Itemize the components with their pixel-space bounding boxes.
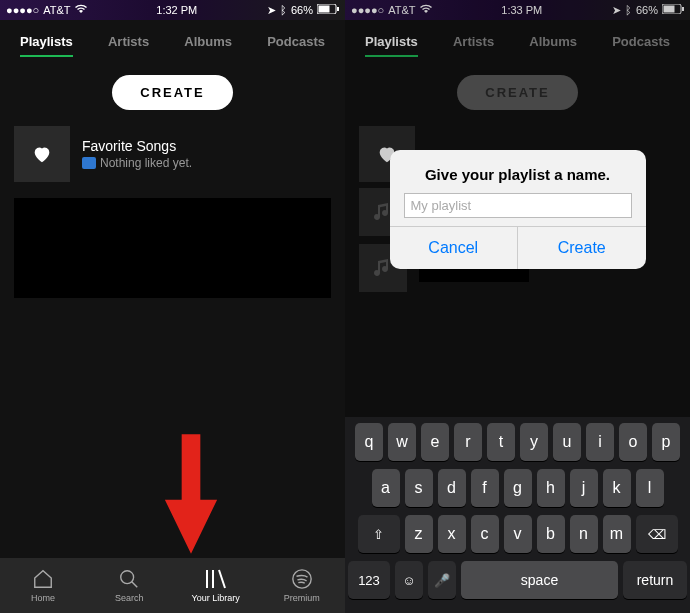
battery-icon	[317, 4, 339, 16]
key-a[interactable]: a	[372, 469, 400, 507]
key-z[interactable]: z	[405, 515, 433, 553]
key-y[interactable]: y	[520, 423, 548, 461]
home-icon	[32, 568, 54, 590]
library-icon	[204, 568, 228, 590]
key-backspace[interactable]: ⌫	[636, 515, 678, 553]
key-j[interactable]: j	[570, 469, 598, 507]
key-t[interactable]: t	[487, 423, 515, 461]
favorite-songs-title: Favorite Songs	[82, 138, 192, 154]
tab-albums[interactable]: Albums	[184, 34, 232, 55]
key-d[interactable]: d	[438, 469, 466, 507]
key-r[interactable]: r	[454, 423, 482, 461]
key-f[interactable]: f	[471, 469, 499, 507]
key-k[interactable]: k	[603, 469, 631, 507]
svg-line-4	[132, 582, 138, 588]
wifi-icon	[75, 4, 87, 16]
key-c[interactable]: c	[471, 515, 499, 553]
key-emoji[interactable]: ☺	[395, 561, 423, 599]
battery-percent: 66%	[291, 4, 313, 16]
download-badge-icon	[82, 157, 96, 169]
nav-library[interactable]: Your Library	[173, 558, 259, 613]
tab-artists[interactable]: Artists	[108, 34, 149, 55]
nav-home-label: Home	[31, 593, 55, 603]
dialog-title: Give your playlist a name.	[390, 150, 646, 193]
favorite-songs-tile	[14, 126, 70, 182]
key-123[interactable]: 123	[348, 561, 390, 599]
search-icon	[118, 568, 140, 590]
key-q[interactable]: q	[355, 423, 383, 461]
status-bar: ●●●●○ AT&T 1:32 PM ➤ ᛒ 66%	[0, 0, 345, 20]
library-tabs: Playlists Artists Albums Podcasts	[0, 20, 345, 61]
redacted-playlist[interactable]	[14, 198, 331, 298]
create-playlist-button[interactable]: CREATE	[112, 75, 232, 110]
ios-keyboard: qwertyuiop asdfghjkl ⇧zxcvbnm⌫ 123 ☺ 🎤 s…	[345, 417, 690, 613]
svg-rect-2	[337, 7, 339, 11]
key-s[interactable]: s	[405, 469, 433, 507]
phone-left: ●●●●○ AT&T 1:32 PM ➤ ᛒ 66% Playlists Art…	[0, 0, 345, 613]
dialog-cancel-button[interactable]: Cancel	[390, 227, 518, 269]
key-g[interactable]: g	[504, 469, 532, 507]
key-return[interactable]: return	[623, 561, 687, 599]
favorite-songs-subtitle: Nothing liked yet.	[100, 156, 192, 170]
nav-search[interactable]: Search	[86, 558, 172, 613]
key-mic[interactable]: 🎤	[428, 561, 456, 599]
key-row-3: ⇧zxcvbnm⌫	[348, 515, 687, 553]
location-icon: ➤	[267, 4, 276, 17]
heart-icon	[31, 143, 53, 165]
phone-right: ●●●●○ AT&T 1:33 PM ➤ ᛒ 66% Playlists Art…	[345, 0, 690, 613]
key-u[interactable]: u	[553, 423, 581, 461]
key-row-4: 123 ☺ 🎤 space return	[348, 561, 687, 599]
dialog-create-button[interactable]: Create	[517, 227, 646, 269]
key-l[interactable]: l	[636, 469, 664, 507]
key-row-2: asdfghjkl	[348, 469, 687, 507]
key-b[interactable]: b	[537, 515, 565, 553]
key-n[interactable]: n	[570, 515, 598, 553]
nav-search-label: Search	[115, 593, 144, 603]
key-x[interactable]: x	[438, 515, 466, 553]
svg-point-3	[121, 571, 134, 584]
key-w[interactable]: w	[388, 423, 416, 461]
instruction-arrow-icon	[163, 430, 219, 560]
signal-icon: ●●●●○	[6, 4, 39, 16]
tab-podcasts[interactable]: Podcasts	[267, 34, 325, 55]
favorite-songs-row[interactable]: Favorite Songs Nothing liked yet.	[0, 124, 345, 184]
svg-rect-1	[319, 6, 330, 13]
bluetooth-icon: ᛒ	[280, 4, 287, 16]
key-h[interactable]: h	[537, 469, 565, 507]
key-shift[interactable]: ⇧	[358, 515, 400, 553]
key-v[interactable]: v	[504, 515, 532, 553]
name-playlist-dialog: Give your playlist a name. Cancel Create	[390, 150, 646, 269]
playlist-name-input[interactable]	[404, 193, 632, 218]
clock: 1:32 PM	[156, 4, 197, 16]
key-space[interactable]: space	[461, 561, 618, 599]
spotify-icon	[291, 568, 313, 590]
nav-premium-label: Premium	[284, 593, 320, 603]
tab-playlists[interactable]: Playlists	[20, 34, 73, 55]
carrier: AT&T	[43, 4, 70, 16]
nav-premium[interactable]: Premium	[259, 558, 345, 613]
key-i[interactable]: i	[586, 423, 614, 461]
bottom-nav: Home Search Your Library Premium	[0, 558, 345, 613]
key-e[interactable]: e	[421, 423, 449, 461]
nav-home[interactable]: Home	[0, 558, 86, 613]
key-o[interactable]: o	[619, 423, 647, 461]
key-row-1: qwertyuiop	[348, 423, 687, 461]
key-p[interactable]: p	[652, 423, 680, 461]
key-m[interactable]: m	[603, 515, 631, 553]
nav-library-label: Your Library	[192, 593, 240, 603]
